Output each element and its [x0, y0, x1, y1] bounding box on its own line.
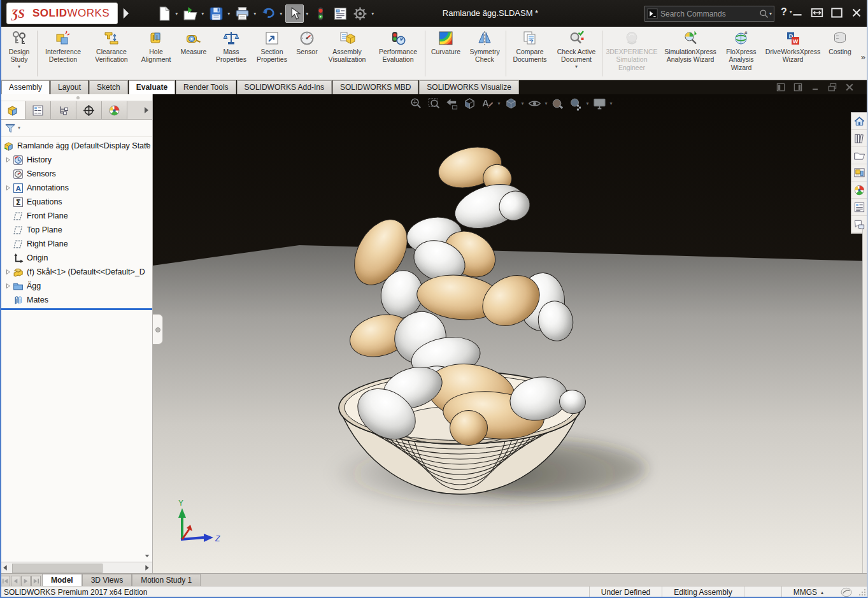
tab-solidworks-add-ins[interactable]: SOLIDWORKS Add-Ins: [237, 80, 332, 94]
tab-render-tools[interactable]: Render Tools: [176, 80, 236, 94]
taskpane-view-palette-button[interactable]: [851, 164, 867, 182]
units-caret-icon[interactable]: ▴: [821, 590, 823, 595]
panel-tab-more-button[interactable]: [141, 101, 152, 119]
expand-arrow-icon[interactable]: [3, 185, 13, 191]
qa-open-caret[interactable]: ▾: [201, 11, 204, 17]
study-tab-model[interactable]: Model: [42, 574, 82, 587]
study-tab-3d-views[interactable]: 3D Views: [82, 574, 132, 587]
curvature-button[interactable]: Curvature: [427, 27, 465, 80]
scroll-left-icon[interactable]: [1, 564, 10, 572]
restore-doc-button[interactable]: [827, 82, 838, 92]
qa-save-caret[interactable]: ▾: [227, 11, 230, 17]
tree-item-annotations[interactable]: AAnnotations: [0, 181, 152, 195]
sensor-button[interactable]: Sensor: [292, 27, 322, 80]
tab-layout[interactable]: Layout: [50, 80, 89, 94]
panel-horizontal-scrollbar[interactable]: [0, 562, 152, 573]
tree-scroll-up-icon[interactable]: [144, 141, 150, 147]
assembly-visualization-button[interactable]: Assembly Visualization: [322, 27, 373, 80]
view-orientation-button[interactable]: [503, 96, 518, 111]
tree-item-origin[interactable]: Origin: [0, 251, 152, 265]
qa-options-caret[interactable]: ▾: [371, 11, 374, 17]
qa-undo-caret[interactable]: ▾: [280, 11, 282, 17]
costing-button[interactable]: Costing: [824, 27, 856, 80]
check-active-document-button[interactable]: Check Active Document▾: [552, 27, 601, 80]
scrollbar-track[interactable]: [11, 564, 141, 572]
expand-arrow-icon[interactable]: [3, 269, 13, 275]
show-panel-right-button[interactable]: [792, 82, 804, 92]
menu-flyout-arrow-icon[interactable]: [122, 6, 131, 20]
panel-grip[interactable]: [0, 94, 152, 101]
taskpane-strip[interactable]: [862, 229, 868, 573]
qa-file-properties-button[interactable]: [331, 4, 350, 23]
performance-evaluation-button[interactable]: Performance Evaluation: [373, 27, 423, 80]
qa-select-button[interactable]: [285, 4, 304, 23]
tab-evaluate[interactable]: Evaluate: [129, 80, 175, 94]
tab-solidworks-visualize[interactable]: SOLIDWORKS Visualize: [419, 80, 519, 94]
interference-detection-button[interactable]: Interference Detection: [39, 27, 87, 80]
nav-next-button[interactable]: [21, 576, 31, 587]
search-caret[interactable]: ▾: [769, 11, 772, 17]
view-orientation-caret[interactable]: ▾: [521, 101, 523, 106]
study-tab-motion-study-1[interactable]: Motion Study 1: [132, 574, 201, 587]
display-style-caret[interactable]: ▾: [544, 101, 547, 106]
qa-select-caret[interactable]: ▾: [306, 11, 308, 17]
show-panel-left-button[interactable]: [775, 82, 786, 92]
tree-item-front-plane[interactable]: Front Plane: [0, 209, 152, 223]
view-settings-caret[interactable]: ▾: [610, 101, 613, 106]
check-active-document-caret[interactable]: ▾: [575, 64, 578, 69]
scrollbar-thumb[interactable]: [12, 564, 103, 573]
section-properties-button[interactable]: Section Properties: [252, 27, 292, 80]
zoom-to-fit-button[interactable]: [408, 96, 423, 111]
qa-undo-button[interactable]: [259, 4, 278, 23]
qa-open-button[interactable]: [181, 4, 199, 23]
taskpane-appearances-scenes-button[interactable]: [851, 182, 867, 199]
tab-assembly[interactable]: Assembly: [1, 80, 50, 94]
annotation-views-caret[interactable]: ▾: [497, 101, 500, 106]
expand-arrow-icon[interactable]: [3, 157, 13, 163]
tab-sketch[interactable]: Sketch: [89, 80, 128, 94]
tree-item-right-plane[interactable]: Right Plane: [0, 237, 152, 251]
minimize-doc-button[interactable]: [809, 82, 821, 92]
expand-arrow-icon[interactable]: [3, 283, 13, 289]
design-study-caret[interactable]: ▾: [18, 64, 20, 69]
tree-scroll-down-icon[interactable]: [144, 553, 150, 559]
nav-prev-button[interactable]: [11, 576, 20, 587]
search-input[interactable]: [658, 10, 758, 18]
qa-save-button[interactable]: [207, 4, 225, 23]
compare-documents-button[interactable]: ?Compare Documents: [508, 27, 552, 80]
hole-alignment-button[interactable]: Hole Alignment: [136, 27, 176, 80]
panel-tab-configurationmanager[interactable]: [51, 101, 76, 119]
symmetry-check-button[interactable]: Symmetry Check: [465, 27, 504, 80]
taskpane-home-button[interactable]: [851, 113, 867, 130]
nav-last-button[interactable]: [31, 576, 41, 587]
egg-component[interactable]: [450, 410, 488, 446]
nav-first-button[interactable]: [1, 576, 10, 587]
taskpane-custom-properties-button[interactable]: [851, 199, 867, 216]
measure-button[interactable]: Measure: [176, 27, 211, 80]
zoom-to-area-button[interactable]: [426, 96, 441, 111]
filter-icon[interactable]: [4, 122, 17, 134]
ribbon-overflow-button[interactable]: »: [861, 52, 865, 62]
tree-item-gg[interactable]: Ägg: [0, 279, 152, 293]
design-study-button[interactable]: Design Study▾: [3, 27, 36, 80]
rollback-bar[interactable]: [0, 308, 152, 310]
panel-splitter-handle[interactable]: [153, 314, 163, 345]
scroll-right-icon[interactable]: [143, 564, 151, 572]
apply-scene-caret[interactable]: ▾: [587, 101, 589, 106]
graphics-area[interactable]: Y Z A▾▾▾▾▾: [153, 94, 868, 573]
status-segment-mmgs[interactable]: MMGS▴: [781, 587, 835, 598]
filter-caret[interactable]: ▾: [18, 125, 20, 131]
simulationxpress-analysis-wizard-button[interactable]: SimulationXpress Analysis Wizard: [660, 27, 721, 80]
view-settings-button[interactable]: [592, 96, 607, 111]
tree-root-item[interactable]: Ramlande ägg (Default<Display State: [0, 139, 152, 153]
edit-appearance-button[interactable]: [551, 96, 566, 111]
panel-tab-displaymanager[interactable]: [102, 101, 127, 119]
resize-grip-icon[interactable]: [858, 588, 867, 597]
titlebar-span-displays-button[interactable]: [809, 6, 825, 20]
qa-options-button[interactable]: [351, 4, 369, 23]
section-view-button[interactable]: [462, 96, 476, 111]
taskpane-file-explorer-button[interactable]: [851, 147, 867, 164]
titlebar-close-button[interactable]: [849, 6, 864, 20]
annotation-views-button[interactable]: A: [480, 96, 494, 111]
clearance-verification-button[interactable]: Clearance Verification: [87, 27, 136, 80]
